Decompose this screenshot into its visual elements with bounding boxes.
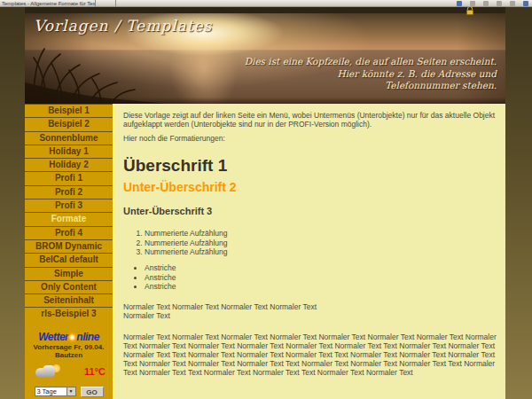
sidebar-item-sonnenblume[interactable]: Sonnenblume (25, 131, 113, 145)
temperature-value: 11°C (84, 366, 106, 377)
weather-widget: Wetternline Vorhersage Fr, 09.04. Bautze… (25, 331, 113, 397)
help-icon[interactable] (523, 1, 528, 6)
bullet-list-item: Anstriche (145, 282, 497, 291)
wetteronline-logo[interactable]: Wetternline (25, 331, 113, 343)
numbered-list-item: Nummerierte Aufzählung (145, 239, 497, 247)
logo-text-wetter: Wetter (38, 331, 68, 343)
screen: Templates - Allgemeine Formate für Texte… (0, 0, 532, 399)
bullet-list-item: Anstriche (145, 263, 497, 272)
forecast-range-value: 3 Tage (37, 387, 57, 395)
sidebar: Beispiel 1 Beispiel 2 Sonnenblume Holida… (25, 104, 113, 399)
sidebar-item-holiday-2[interactable]: Holiday 2 (25, 158, 113, 171)
sidebar-item-brom-dynamic[interactable]: BROM Dynamic (25, 239, 113, 253)
home-icon[interactable] (483, 1, 489, 6)
sun-icon (68, 333, 76, 341)
print-icon[interactable] (470, 1, 475, 6)
heading-1: Überschrift 1 (123, 161, 497, 170)
header-tagline: Dies ist eine Kopfzeile, die auf allen S… (245, 56, 497, 92)
history-icon[interactable] (510, 1, 515, 6)
sidebar-item-simple[interactable]: Simple (25, 267, 113, 280)
browser-toolbar-icons (457, 1, 528, 6)
numbered-list: Nummerierte Aufzählung Nummerierte Aufzä… (145, 229, 497, 256)
sidebar-item-belcal-default[interactable]: BelCal default (25, 253, 113, 266)
numbered-list-item: Nummerierte Aufzählung (145, 229, 497, 238)
normal-text-paragraph: Normaler Text Normaler Text Normaler Tex… (123, 302, 497, 320)
numbered-list-item: Nummerierte Aufzählung (145, 247, 497, 256)
lock-icon[interactable] (466, 9, 473, 16)
tagline-line: Hier könnte z. B. die Adresse und (245, 68, 497, 81)
page-background: Vorlagen / Templates Dies ist eine Kopfz… (0, 7, 532, 399)
normal-text-paragraph-long: Normaler Text Normaler Text Normaler Tex… (123, 332, 499, 377)
go-button[interactable]: GO (81, 387, 104, 397)
sidebar-item-profi-3[interactable]: Profi 3 (25, 199, 113, 212)
tagline-line: Telefonnummer stehen. (245, 80, 497, 92)
sidebar-item-profi-2[interactable]: Profi 2 (25, 185, 113, 199)
tagline-line: Dies ist eine Kopfzeile, die auf allen S… (245, 56, 497, 68)
weather-city: Bautzen (25, 351, 113, 360)
chevron-down-icon[interactable]: ▼ (66, 387, 75, 395)
heading-3: Unter-Überschrift 3 (123, 207, 497, 215)
browser-tab-stub[interactable] (96, 0, 116, 7)
bullet-list: Anstriche Anstriche Anstriche (145, 263, 497, 291)
heading-2: Unter-Überschrift 2 (123, 183, 497, 192)
sidebar-item-profi-1[interactable]: Profi 1 (25, 171, 113, 184)
sidebar-item-rls-beispiel-3[interactable]: rls-Beispiel 3 (25, 307, 113, 320)
sidebar-item-holiday-1[interactable]: Holiday 1 (25, 145, 113, 158)
sidebar-item-formate[interactable]: Formate (25, 212, 113, 225)
forecast-range-select[interactable]: 3 Tage ▼ (35, 387, 76, 396)
bullet-list-item: Anstriche (145, 273, 497, 282)
browser-tab[interactable]: Templates - Allgemeine Formate für Texte… (0, 0, 96, 7)
cloud-sun-icon (34, 364, 64, 379)
site-header: Vorlagen / Templates Dies ist eine Kopfz… (25, 13, 505, 104)
site-topbar (25, 7, 505, 13)
logo-text-nline: nline (76, 331, 99, 343)
weather-forecast-date: Vorhersage Fr, 09.04. (25, 343, 113, 352)
sidebar-item-profi-4[interactable]: Profi 4 (25, 226, 113, 239)
dune-grass-graphic (25, 45, 167, 104)
site-body: Beispiel 1 Beispiel 2 Sonnenblume Holida… (25, 104, 505, 399)
main-content: Diese Vorlage zeigt auf der linken Seite… (113, 104, 505, 399)
sidebar-item-seiteninhalt[interactable]: Seiteninhalt (25, 293, 113, 307)
sidebar-item-beispiel-2[interactable]: Beispiel 2 (25, 117, 113, 130)
sidebar-item-beispiel-1[interactable]: Beispiel 1 (25, 104, 113, 117)
site-title: Vorlagen / Templates (34, 17, 212, 35)
intro-paragraph: Diese Vorlage zeigt auf der linken Seite… (123, 111, 500, 129)
sidebar-item-only-content[interactable]: Only Content (25, 280, 113, 293)
bookmark-icon[interactable] (457, 1, 462, 6)
mail-icon[interactable] (497, 1, 502, 6)
browser-chrome: Templates - Allgemeine Formate für Texte… (0, 0, 532, 7)
intro-paragraph-2: Hier noch die Formatierungen: (123, 134, 497, 143)
site-container: Vorlagen / Templates Dies ist eine Kopfz… (25, 7, 505, 399)
